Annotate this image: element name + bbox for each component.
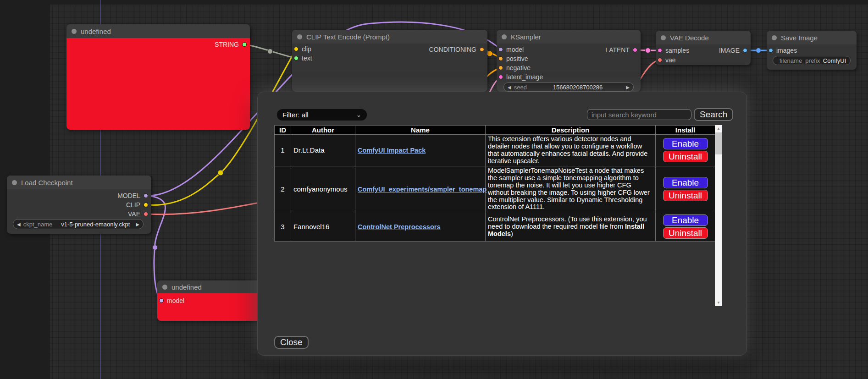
cell-description: ModelSamplerTonemapNoiseTest a node that… — [486, 166, 656, 212]
input-negative[interactable]: negative — [498, 63, 531, 72]
node-title: undefined — [171, 283, 202, 291]
input-samples[interactable]: samples — [658, 46, 689, 55]
widget-value[interactable]: 156680208700286 — [530, 84, 626, 91]
enable-button[interactable]: Enable — [663, 138, 708, 149]
input-positive[interactable]: positive — [498, 54, 528, 63]
search-input[interactable] — [587, 109, 691, 120]
prev-arrow-icon[interactable]: ◀ — [17, 222, 21, 227]
output-vae[interactable]: VAE — [128, 209, 148, 219]
port-string-output[interactable] — [242, 42, 247, 47]
port-negative-input[interactable] — [498, 66, 503, 70]
port-latent-output[interactable] — [633, 48, 637, 52]
cell-author: Dr.Lt.Data — [291, 135, 355, 166]
input-label: images — [776, 47, 797, 54]
input-images[interactable]: images — [768, 46, 797, 55]
port-model-input[interactable] — [498, 47, 503, 52]
output-label: IMAGE — [719, 47, 740, 54]
node-title-bar[interactable]: CLIP Text Encode (Prompt) — [292, 30, 487, 44]
cell-author: Fannovel16 — [291, 212, 355, 242]
node-ksampler[interactable]: KSampler model positive negative latent_… — [497, 30, 641, 92]
table-header-row: IDAuthorNameDescriptionInstall — [275, 126, 715, 135]
output-image[interactable]: IMAGE — [719, 46, 747, 55]
port-image-output[interactable] — [743, 48, 747, 53]
input-model[interactable]: model — [498, 45, 524, 54]
table-row: 3Fannovel16ControlNet PreprocessorsContr… — [275, 212, 715, 242]
table-scrollbar[interactable]: ▲ ▼ — [715, 125, 722, 306]
cell-id: 3 — [275, 212, 291, 242]
node-title-bar[interactable]: Save Image — [767, 31, 857, 44]
node-title: KSampler — [511, 33, 541, 41]
port-model-output[interactable] — [144, 193, 148, 198]
port-latent-image-input[interactable] — [498, 75, 503, 79]
output-string[interactable]: STRING — [215, 40, 247, 49]
widget-value[interactable]: ComfyUI — [823, 57, 846, 64]
extension-manager-dialog: Filter: all ⌄ Search IDAuthorNameDescrip… — [257, 92, 747, 356]
enable-button[interactable]: Enable — [663, 177, 708, 188]
port-vae-output[interactable] — [144, 212, 148, 216]
close-button[interactable]: Close — [274, 336, 309, 349]
scrollbar-thumb[interactable] — [715, 132, 722, 154]
input-text[interactable]: text — [294, 54, 312, 63]
port-conditioning-output[interactable] — [480, 47, 484, 52]
port-vae-input[interactable] — [658, 58, 662, 62]
uninstall-button[interactable]: Uninstall — [663, 151, 708, 162]
scroll-down-icon[interactable]: ▼ — [715, 299, 722, 306]
enable-button[interactable]: Enable — [663, 214, 708, 226]
input-latent-image[interactable]: latent_image — [498, 72, 543, 82]
output-conditioning[interactable]: CONDITIONING — [429, 45, 484, 54]
node-title: VAE Decode — [670, 34, 709, 42]
widget-name: seed — [514, 84, 527, 91]
node-clip-text-encode[interactable]: CLIP Text Encode (Prompt) clip text COND… — [292, 30, 487, 92]
column-header-id: ID — [275, 126, 291, 135]
filename-prefix-widget[interactable]: filename_prefix ComfyUI — [773, 56, 851, 65]
node-title-bar[interactable]: undefined — [66, 24, 250, 38]
port-clip-input[interactable] — [294, 47, 299, 51]
increment-arrow-icon[interactable]: ▶ — [626, 85, 630, 90]
node-undefined-string[interactable]: undefined STRING — [66, 24, 250, 130]
input-label: samples — [665, 47, 689, 54]
port-images-input[interactable] — [768, 48, 773, 53]
extension-table: IDAuthorNameDescriptionInstall 1Dr.Lt.Da… — [274, 125, 715, 242]
node-save-image[interactable]: Save Image images filename_prefix ComfyU… — [767, 31, 857, 70]
decrement-arrow-icon[interactable]: ◀ — [508, 85, 511, 90]
node-title-bar[interactable]: VAE Decode — [656, 31, 751, 44]
port-text-input[interactable] — [294, 56, 299, 60]
extension-link[interactable]: ComfyUI Impact Pack — [358, 147, 426, 154]
node-status-dot-icon — [72, 29, 77, 34]
node-load-checkpoint[interactable]: Load Checkpoint MODEL CLIP VAE ◀ ckpt_na… — [7, 176, 151, 234]
output-model[interactable]: MODEL — [117, 191, 148, 200]
uninstall-button[interactable]: Uninstall — [663, 190, 708, 201]
input-label: positive — [506, 55, 528, 62]
search-button[interactable]: Search — [694, 108, 733, 121]
node-title-bar[interactable]: Load Checkpoint — [7, 176, 151, 189]
input-model[interactable]: model — [159, 296, 184, 305]
column-header-description: Description — [486, 126, 656, 135]
canvas-edge-top — [0, 0, 868, 5]
widget-value[interactable]: v1-5-pruned-emaonly.ckpt — [55, 221, 136, 228]
extension-link[interactable]: ComfyUI_experiments/sampler_tonemap — [358, 186, 487, 193]
table-row: 2comfyanonymousComfyUI_experiments/sampl… — [275, 166, 715, 212]
scroll-up-icon[interactable]: ▲ — [715, 125, 722, 132]
port-clip-output[interactable] — [144, 203, 148, 207]
seed-widget[interactable]: ◀ seed 156680208700286 ▶ — [503, 82, 634, 92]
node-status-dot-icon — [162, 285, 167, 290]
ckpt-name-widget[interactable]: ◀ ckpt_name v1-5-pruned-emaonly.ckpt ▶ — [13, 219, 144, 229]
port-model-input[interactable] — [159, 298, 164, 303]
cell-install: EnableUninstall — [656, 135, 715, 166]
extension-link[interactable]: ControlNet Preprocessors — [358, 223, 441, 231]
input-vae[interactable]: vae — [658, 55, 676, 65]
column-header-name: Name — [355, 126, 486, 135]
output-clip[interactable]: CLIP — [126, 200, 148, 209]
output-label: CONDITIONING — [429, 46, 476, 53]
port-samples-input[interactable] — [658, 48, 662, 53]
node-vae-decode[interactable]: VAE Decode samples vae IMAGE — [656, 31, 751, 65]
next-arrow-icon[interactable]: ▶ — [136, 222, 139, 227]
port-positive-input[interactable] — [498, 56, 503, 61]
filter-select[interactable]: Filter: all ⌄ — [277, 109, 367, 121]
uninstall-button[interactable]: Uninstall — [663, 227, 708, 239]
cell-install: EnableUninstall — [656, 212, 715, 242]
node-title-bar[interactable]: KSampler — [497, 30, 641, 44]
input-clip[interactable]: clip — [294, 44, 311, 54]
output-label: VAE — [128, 210, 140, 218]
output-latent[interactable]: LATENT — [605, 45, 637, 55]
